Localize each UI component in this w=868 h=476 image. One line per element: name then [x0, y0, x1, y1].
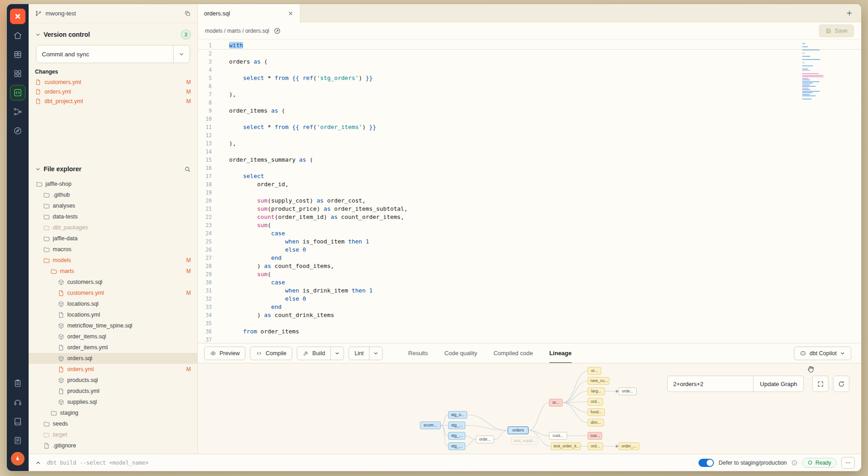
- code-line-30[interactable]: 30 case: [198, 278, 861, 287]
- lineage-node-ecom[interactable]: ecom...: [420, 421, 441, 429]
- code-line-10[interactable]: 10: [198, 115, 861, 123]
- code-line-29[interactable]: 29 sum(: [198, 270, 861, 278]
- develop-ide-icon[interactable]: [10, 85, 25, 100]
- file-link-icon[interactable]: [274, 27, 281, 35]
- editor-tab[interactable]: orders.sql: [198, 4, 300, 22]
- command-input[interactable]: dbt build --select <model_name>: [47, 460, 149, 466]
- lineage-node-drin[interactable]: drin...: [588, 419, 604, 426]
- support-headset-icon[interactable]: [10, 395, 25, 410]
- tree-item-metricflow_time_spine.sql[interactable]: metricflow_time_spine.sql: [29, 320, 197, 331]
- change-item-orders.yml[interactable]: orders.ymlM: [35, 87, 191, 96]
- version-control-header[interactable]: Version control 3: [35, 28, 191, 41]
- lineage-node-larg[interactable]: larg...: [588, 387, 605, 395]
- tree-item-.gitignore[interactable]: .gitignore: [29, 440, 197, 451]
- build-button[interactable]: Build: [297, 347, 344, 360]
- minimap[interactable]: [802, 43, 826, 102]
- tab-compiled-code[interactable]: Compiled code: [494, 343, 533, 363]
- lineage-panel[interactable]: ecom...stg_o...stg_...stg_...stg_...orde…: [198, 363, 861, 454]
- orchestration-dag-icon[interactable]: [10, 104, 25, 119]
- more-options-button[interactable]: [841, 457, 855, 469]
- tree-item-jaffle-data[interactable]: jaffle-data: [29, 233, 197, 244]
- code-line-15[interactable]: 15order_items_summary as (: [198, 156, 861, 164]
- tree-item-customers.sql[interactable]: customers.sql: [29, 277, 197, 288]
- tree-item-orders.yml[interactable]: orders.ymlM: [29, 364, 197, 375]
- lineage-node-order3[interactable]: order_...: [619, 442, 639, 450]
- tree-item-orders.sql[interactable]: orders.sql: [29, 353, 197, 364]
- file-explorer-header[interactable]: File explorer: [35, 162, 191, 176]
- code-line-4[interactable]: 4: [198, 66, 861, 74]
- code-line-17[interactable]: 17 select: [198, 172, 861, 180]
- tasks-clipboard-icon[interactable]: [10, 376, 25, 391]
- tree-item-customers.yml[interactable]: customers.ymlM: [29, 288, 197, 298]
- tree-item-products.yml[interactable]: products.yml: [29, 386, 197, 397]
- tree-item-target[interactable]: target: [29, 429, 197, 440]
- code-line-16[interactable]: 16: [198, 164, 861, 172]
- new-tab-button[interactable]: [846, 10, 853, 17]
- lineage-node-orde2[interactable]: orde...: [619, 387, 637, 395]
- copy-branch-icon[interactable]: [184, 10, 191, 17]
- expand-command-bar-button[interactable]: [35, 460, 41, 466]
- tree-item-macros[interactable]: macros: [29, 244, 197, 255]
- code-line-32[interactable]: 32 else 0: [198, 295, 861, 303]
- code-line-25[interactable]: 25 when is_food_item then 1: [198, 238, 861, 246]
- code-line-5[interactable]: 5 select * from {{ ref('stg_orders') }}: [198, 74, 861, 82]
- code-line-21[interactable]: 21 sum(product_price) as order_items_sub…: [198, 205, 861, 213]
- lineage-node-stg3[interactable]: stg_...: [448, 432, 465, 440]
- code-line-9[interactable]: 9order_items as (: [198, 107, 861, 115]
- lineage-selector-input[interactable]: [667, 376, 753, 392]
- code-line-19[interactable]: 19: [198, 188, 861, 197]
- tree-item-data-tests[interactable]: data-tests: [29, 211, 197, 222]
- explore-compass-icon[interactable]: [10, 123, 25, 139]
- code-line-6[interactable]: 6: [198, 82, 861, 90]
- code-line-2[interactable]: 2: [198, 50, 861, 58]
- code-line-26[interactable]: 26 else 0: [198, 246, 861, 254]
- tree-item-jaffle-shop[interactable]: jaffle-shop: [29, 178, 197, 189]
- code-line-34[interactable]: 34 ) as count_drink_items: [198, 311, 861, 319]
- compile-button[interactable]: Compile: [250, 347, 292, 360]
- lineage-node-stg1[interactable]: stg_o...: [448, 411, 467, 419]
- code-line-23[interactable]: 23 sum(: [198, 221, 861, 229]
- lineage-node-ord1[interactable]: ord...: [588, 398, 603, 406]
- code-line-20[interactable]: 20 sum(supply_cost) as order_cost,: [198, 197, 861, 205]
- commit-dropdown[interactable]: [173, 45, 190, 63]
- code-line-18[interactable]: 18 order_id,: [198, 180, 861, 188]
- branch-selector[interactable]: mwong-test: [29, 4, 197, 23]
- dbt-copilot-button[interactable]: dbt Copilot: [794, 347, 851, 360]
- tree-item-supplies.sql[interactable]: supplies.sql: [29, 397, 197, 407]
- user-avatar[interactable]: [11, 452, 25, 466]
- warehouse-icon[interactable]: [10, 47, 25, 62]
- preview-button[interactable]: Preview: [204, 347, 245, 360]
- code-line-24[interactable]: 24 case: [198, 229, 861, 238]
- code-line-1[interactable]: 1with: [198, 41, 861, 50]
- docs-book-icon[interactable]: [10, 414, 25, 429]
- lineage-node-testorder[interactable]: test_order_it...: [551, 442, 581, 450]
- build-dropdown[interactable]: [330, 347, 344, 360]
- lineage-node-ord2[interactable]: ord...: [588, 442, 603, 450]
- lineage-node-orders[interactable]: orders: [508, 426, 529, 434]
- code-line-11[interactable]: 11 select * from {{ ref('order_items') }…: [198, 123, 861, 131]
- tree-item-staging[interactable]: staging: [29, 407, 197, 418]
- apps-grid-icon[interactable]: [10, 66, 25, 81]
- lineage-node-newcu[interactable]: new_cu...: [588, 377, 609, 385]
- tree-item-analyses[interactable]: analyses: [29, 200, 197, 211]
- lineage-node-orde1[interactable]: orde...: [476, 436, 494, 443]
- tree-item-locations.sql[interactable]: locations.sql: [29, 298, 197, 309]
- search-icon[interactable]: [184, 166, 191, 173]
- tree-item-products.sql[interactable]: products.sql: [29, 375, 197, 386]
- save-button[interactable]: Save: [819, 25, 854, 37]
- tab-code-quality[interactable]: Code quality: [444, 343, 477, 363]
- fullscreen-button[interactable]: [812, 376, 828, 392]
- code-line-22[interactable]: 22 count(order_item_id) as count_order_i…: [198, 213, 861, 221]
- code-editor[interactable]: 1with23orders as (45 select * from {{ re…: [198, 40, 861, 343]
- tree-item-marts[interactable]: martsM: [29, 266, 197, 277]
- lint-dropdown[interactable]: [369, 347, 382, 360]
- code-line-12[interactable]: 12: [198, 131, 861, 139]
- status-badge[interactable]: Ready: [802, 458, 837, 468]
- lineage-node-cust[interactable]: cust...: [549, 432, 567, 440]
- code-line-31[interactable]: 31 when is_drink_item then 1: [198, 287, 861, 295]
- commit-and-sync-button[interactable]: Commit and sync: [36, 45, 190, 63]
- code-line-28[interactable]: 28 ) as count_food_items,: [198, 262, 861, 270]
- code-line-37[interactable]: 37: [198, 336, 861, 343]
- code-line-14[interactable]: 14: [198, 148, 861, 156]
- tree-item-order_items.yml[interactable]: order_items.yml: [29, 342, 197, 353]
